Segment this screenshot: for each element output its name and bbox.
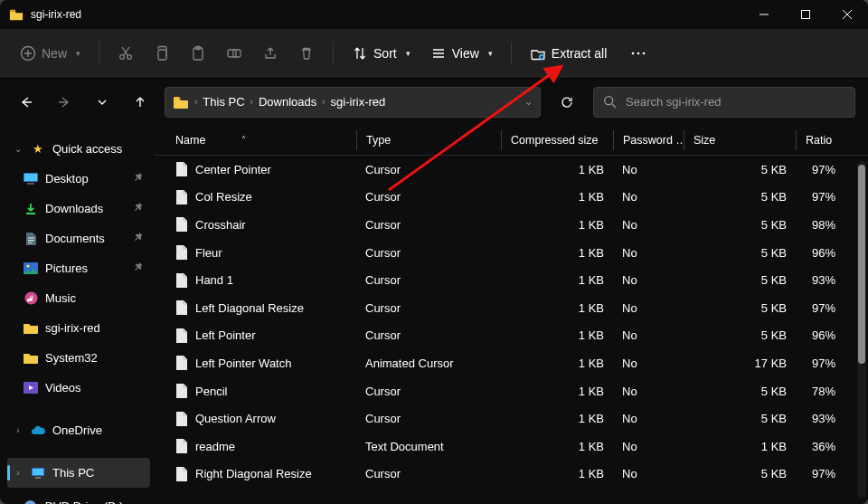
sidebar-item[interactable]: Videos <box>7 373 150 403</box>
col-type[interactable]: Type <box>356 130 501 150</box>
col-compressed-size[interactable]: Compressed size <box>501 130 613 150</box>
file-row[interactable]: Left Diagonal ResizeCursor1 KBNo5 KB97% <box>154 294 868 322</box>
separator <box>511 42 512 65</box>
forward-button[interactable] <box>51 89 78 116</box>
cut-button[interactable] <box>110 37 141 70</box>
file-size: 5 KB <box>761 246 787 260</box>
password-protected: No <box>622 218 637 232</box>
file-size: 5 KB <box>761 301 787 315</box>
pin-icon <box>135 172 145 185</box>
col-password[interactable]: Password … <box>613 130 684 150</box>
file-type: Cursor <box>365 467 401 480</box>
password-protected: No <box>622 467 637 480</box>
up-button[interactable] <box>127 89 154 116</box>
copy-button[interactable] <box>146 37 177 70</box>
minimize-button[interactable] <box>743 0 785 29</box>
folder-icon <box>24 321 38 336</box>
file-row[interactable]: Right Diagonal ResizeCursor1 KBNo5 KB97% <box>154 461 868 489</box>
breadcrumb-part[interactable]: Downloads › <box>259 95 326 109</box>
svg-point-14 <box>605 97 613 105</box>
more-button[interactable] <box>619 37 657 70</box>
sidebar-dvd-drive[interactable]: DVD Drive (D:) C… <box>7 491 150 504</box>
new-button[interactable]: New ▾ <box>13 37 88 70</box>
file-row[interactable]: Left Pointer WatchAnimated Cursor1 KBNo1… <box>154 349 868 377</box>
sidebar-onedrive[interactable]: › OneDrive <box>7 415 150 445</box>
refresh-button[interactable] <box>552 87 582 118</box>
sidebar-item[interactable]: System32 <box>7 343 150 373</box>
file-name: Crosshair <box>195 218 246 232</box>
chevron-down-icon[interactable]: ⌄ <box>524 96 533 108</box>
maximize-button[interactable] <box>785 0 826 29</box>
address-bar[interactable]: › This PC › Downloads › sgi-irix-red ⌄ <box>165 87 541 118</box>
file-row[interactable]: CrosshairCursor1 KBNo5 KB98% <box>154 211 868 239</box>
breadcrumb-part[interactable]: This PC › <box>203 95 253 109</box>
scrollbar-thumb[interactable] <box>858 165 865 364</box>
extract-all-button[interactable]: Extract all <box>523 37 614 70</box>
view-button[interactable]: View ▾ <box>423 37 500 70</box>
ratio: 96% <box>812 328 835 342</box>
separator <box>333 42 334 65</box>
sidebar-item[interactable]: Documents <box>7 223 150 253</box>
share-button[interactable] <box>255 37 286 70</box>
window-title: sgi-irix-red <box>31 8 81 21</box>
col-size[interactable]: Size <box>684 130 796 150</box>
file-row[interactable]: Col ResizeCursor1 KBNo5 KB97% <box>154 184 868 212</box>
password-protected: No <box>622 357 637 370</box>
scrollbar[interactable] <box>857 161 866 499</box>
document-icon <box>24 232 38 246</box>
col-ratio[interactable]: Ratio <box>796 130 844 150</box>
file-row[interactable]: PencilCursor1 KBNo5 KB78% <box>154 377 868 405</box>
file-list[interactable]: Center PointerCursor1 KBNo5 KB97%Col Res… <box>154 156 868 504</box>
sidebar-item-label: Videos <box>45 381 81 395</box>
breadcrumb-part[interactable]: sgi-irix-red <box>331 95 386 109</box>
ratio: 36% <box>812 440 835 453</box>
sidebar-label: Quick access <box>52 142 122 156</box>
file-row[interactable]: FleurCursor1 KBNo5 KB96% <box>154 239 868 267</box>
ratio: 97% <box>812 357 835 370</box>
file-size: 5 KB <box>761 163 787 176</box>
file-type: Cursor <box>365 328 401 342</box>
rename-button[interactable] <box>219 37 250 70</box>
search-input[interactable] <box>624 94 845 109</box>
sidebar-item-label: Music <box>45 291 76 305</box>
sidebar-item[interactable]: sgi-irix-red <box>7 313 150 343</box>
recent-dropdown[interactable] <box>89 89 116 116</box>
sidebar-item[interactable]: Music <box>7 283 150 313</box>
delete-button[interactable] <box>291 37 322 70</box>
disc-icon <box>24 499 38 505</box>
file-row[interactable]: Center PointerCursor1 KBNo5 KB97% <box>154 156 868 184</box>
pin-icon <box>135 202 145 215</box>
ratio: 93% <box>812 273 835 287</box>
search-icon <box>603 95 617 109</box>
compressed-size: 1 KB <box>579 163 604 176</box>
sidebar-item[interactable]: Pictures <box>7 253 150 283</box>
extract-all-label: Extract all <box>552 46 607 61</box>
file-row[interactable]: Hand 1Cursor1 KBNo5 KB93% <box>154 266 868 294</box>
file-name: Left Pointer Watch <box>195 357 291 370</box>
sidebar-quick-access[interactable]: ⌄ ★ Quick access <box>7 134 150 164</box>
file-row[interactable]: Left PointerCursor1 KBNo5 KB96% <box>154 322 868 350</box>
compressed-size: 1 KB <box>579 467 604 480</box>
search-bar[interactable] <box>593 87 855 118</box>
file-row[interactable]: readmeText Document1 KBNo1 KB36% <box>154 433 868 461</box>
password-protected: No <box>622 412 637 425</box>
back-button[interactable] <box>13 89 40 116</box>
sort-button[interactable]: Sort ▾ <box>344 37 418 70</box>
paste-button[interactable] <box>183 37 213 70</box>
file-icon <box>175 383 188 399</box>
column-headers: Name ˄ Type Compressed size Password … S… <box>154 125 868 156</box>
svg-rect-24 <box>35 477 41 479</box>
file-name: Pencil <box>195 385 227 398</box>
sidebar-item[interactable]: Desktop <box>7 164 150 194</box>
sidebar-item[interactable]: Downloads <box>7 194 150 223</box>
chevron-down-icon: ▾ <box>406 49 410 58</box>
sort-asc-icon: ˄ <box>241 135 246 145</box>
file-row[interactable]: Question ArrowCursor1 KBNo5 KB93% <box>154 404 868 433</box>
file-type: Cursor <box>365 218 401 232</box>
chevron-right-icon: › <box>13 468 24 478</box>
file-size: 5 KB <box>761 412 787 425</box>
close-button[interactable] <box>826 0 868 29</box>
sidebar-this-pc[interactable]: › This PC <box>7 458 150 488</box>
col-name[interactable]: Name ˄ <box>166 130 356 150</box>
file-type: Cursor <box>365 246 401 260</box>
